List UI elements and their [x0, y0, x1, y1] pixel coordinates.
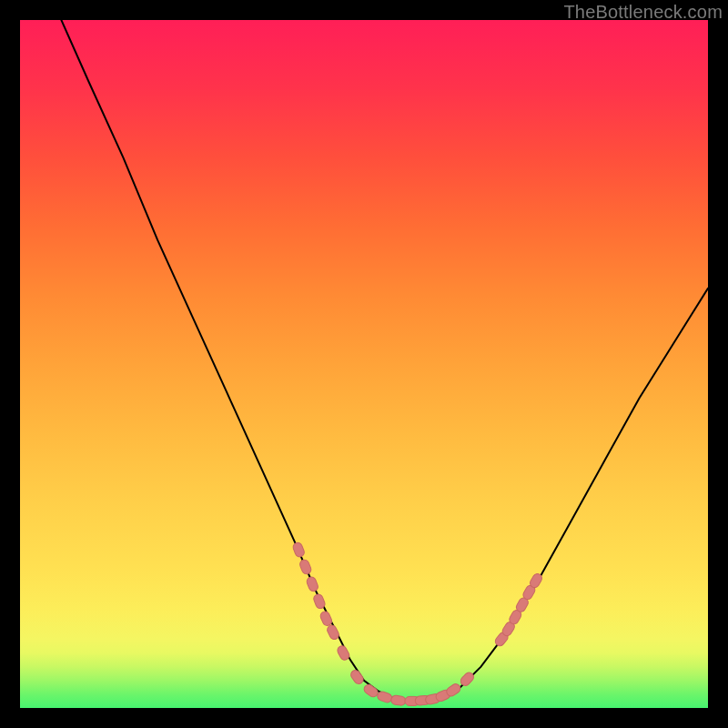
chart-marker — [319, 610, 334, 627]
chart-marker — [390, 695, 406, 706]
chart-marker — [306, 576, 319, 593]
chart-marker — [362, 682, 379, 698]
chart-marker — [326, 623, 340, 641]
watermark-label: TheBottleneck.com — [563, 2, 723, 23]
bottleneck-curve — [61, 20, 708, 701]
chart-marker — [298, 559, 312, 576]
chart-marker — [376, 691, 392, 704]
chart-frame: TheBottleneck.com — [0, 0, 728, 728]
chart-markers — [292, 541, 544, 706]
chart-marker — [459, 671, 475, 687]
chart-marker — [292, 541, 306, 559]
chart-svg — [20, 20, 708, 708]
chart-plot-area — [20, 20, 708, 708]
chart-marker — [349, 669, 365, 686]
chart-marker — [336, 644, 350, 662]
